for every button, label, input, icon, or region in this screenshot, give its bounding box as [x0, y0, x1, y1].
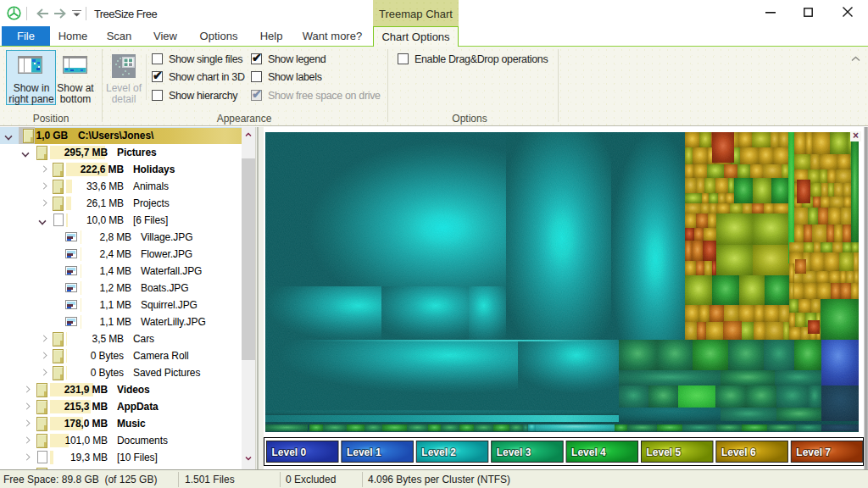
svg-text:Level 6: Level 6: [721, 446, 756, 458]
svg-text:Level 4: Level 4: [571, 446, 606, 458]
svg-text:Level 3: Level 3: [497, 446, 531, 458]
svg-text:Level 1: Level 1: [347, 446, 381, 458]
svg-text:Level 5: Level 5: [647, 446, 682, 458]
svg-text:Level 0: Level 0: [272, 446, 307, 458]
svg-text:Level 2: Level 2: [421, 446, 456, 458]
svg-text:Level 7: Level 7: [796, 446, 831, 458]
